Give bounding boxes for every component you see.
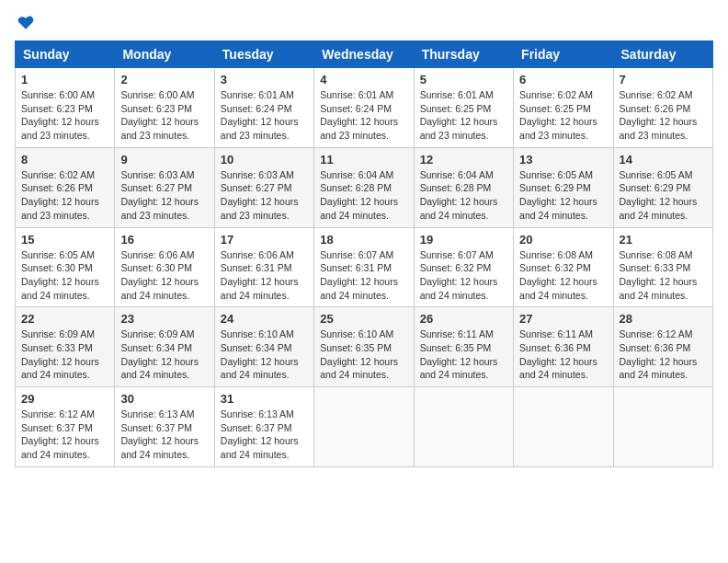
logo <box>15 15 35 31</box>
day-info: Sunrise: 6:12 AM Sunset: 6:37 PM Dayligh… <box>21 408 108 462</box>
day-info: Sunrise: 6:02 AM Sunset: 6:25 PM Dayligh… <box>519 88 607 143</box>
calendar-cell: 13 Sunrise: 6:05 AM Sunset: 6:29 PM Dayl… <box>514 147 613 227</box>
day-number: 12 <box>420 153 507 167</box>
calendar-cell: 16 Sunrise: 6:06 AM Sunset: 6:30 PM Dayl… <box>115 227 214 307</box>
day-number: 1 <box>21 73 108 86</box>
calendar-cell <box>514 387 613 467</box>
day-number: 2 <box>120 73 208 86</box>
weekday-header-friday: Friday <box>514 41 613 68</box>
calendar-cell: 2 Sunrise: 6:00 AM Sunset: 6:23 PM Dayli… <box>115 68 214 148</box>
day-info: Sunrise: 6:10 AM Sunset: 6:35 PM Dayligh… <box>320 327 407 382</box>
calendar-cell: 21 Sunrise: 6:08 AM Sunset: 6:33 PM Dayl… <box>613 227 712 307</box>
calendar-cell: 20 Sunrise: 6:08 AM Sunset: 6:32 PM Dayl… <box>514 227 613 307</box>
day-number: 14 <box>620 153 707 167</box>
calendar-cell: 6 Sunrise: 6:02 AM Sunset: 6:25 PM Dayli… <box>514 68 613 148</box>
day-number: 29 <box>21 392 108 406</box>
day-info: Sunrise: 6:09 AM Sunset: 6:33 PM Dayligh… <box>21 327 108 382</box>
calendar-cell: 19 Sunrise: 6:07 AM Sunset: 6:32 PM Dayl… <box>414 227 513 307</box>
calendar-cell: 17 Sunrise: 6:06 AM Sunset: 6:31 PM Dayl… <box>214 227 313 307</box>
calendar-cell: 26 Sunrise: 6:11 AM Sunset: 6:35 PM Dayl… <box>414 307 513 387</box>
day-info: Sunrise: 6:12 AM Sunset: 6:36 PM Dayligh… <box>620 327 707 382</box>
calendar-cell: 7 Sunrise: 6:02 AM Sunset: 6:26 PM Dayli… <box>613 68 712 148</box>
day-info: Sunrise: 6:05 AM Sunset: 6:30 PM Dayligh… <box>21 248 108 303</box>
day-number: 19 <box>420 233 507 247</box>
day-number: 3 <box>221 73 308 86</box>
day-number: 17 <box>221 233 308 247</box>
day-number: 21 <box>620 233 707 247</box>
day-number: 11 <box>320 153 407 167</box>
calendar-week-4: 22 Sunrise: 6:09 AM Sunset: 6:33 PM Dayl… <box>16 307 713 387</box>
calendar-cell <box>414 387 513 467</box>
day-info: Sunrise: 6:04 AM Sunset: 6:28 PM Dayligh… <box>320 168 407 223</box>
day-number: 24 <box>221 312 308 326</box>
day-number: 7 <box>620 73 707 86</box>
calendar-cell: 18 Sunrise: 6:07 AM Sunset: 6:31 PM Dayl… <box>314 227 414 307</box>
day-number: 31 <box>221 392 308 406</box>
calendar-week-5: 29 Sunrise: 6:12 AM Sunset: 6:37 PM Dayl… <box>16 387 713 467</box>
weekday-header-sunday: Sunday <box>16 41 115 68</box>
day-info: Sunrise: 6:13 AM Sunset: 6:37 PM Dayligh… <box>221 408 308 462</box>
calendar-week-3: 15 Sunrise: 6:05 AM Sunset: 6:30 PM Dayl… <box>16 227 713 307</box>
calendar-cell: 4 Sunrise: 6:01 AM Sunset: 6:24 PM Dayli… <box>314 68 414 148</box>
calendar-cell: 9 Sunrise: 6:03 AM Sunset: 6:27 PM Dayli… <box>115 147 214 227</box>
day-number: 13 <box>519 153 607 167</box>
calendar-cell: 30 Sunrise: 6:13 AM Sunset: 6:37 PM Dayl… <box>115 387 214 467</box>
calendar-cell: 3 Sunrise: 6:01 AM Sunset: 6:24 PM Dayli… <box>214 68 313 148</box>
day-number: 16 <box>120 233 208 247</box>
calendar-week-1: 1 Sunrise: 6:00 AM Sunset: 6:23 PM Dayli… <box>16 68 713 148</box>
day-info: Sunrise: 6:08 AM Sunset: 6:33 PM Dayligh… <box>620 248 707 303</box>
weekday-header-saturday: Saturday <box>613 41 712 68</box>
day-info: Sunrise: 6:07 AM Sunset: 6:32 PM Dayligh… <box>420 248 507 303</box>
calendar-cell: 24 Sunrise: 6:10 AM Sunset: 6:34 PM Dayl… <box>214 307 313 387</box>
day-info: Sunrise: 6:05 AM Sunset: 6:29 PM Dayligh… <box>519 168 607 223</box>
calendar-cell: 31 Sunrise: 6:13 AM Sunset: 6:37 PM Dayl… <box>214 387 313 467</box>
day-number: 27 <box>519 312 607 326</box>
day-number: 4 <box>320 73 407 86</box>
day-info: Sunrise: 6:08 AM Sunset: 6:32 PM Dayligh… <box>519 248 607 303</box>
day-number: 5 <box>420 73 507 86</box>
calendar-cell: 29 Sunrise: 6:12 AM Sunset: 6:37 PM Dayl… <box>16 387 115 467</box>
day-number: 26 <box>420 312 507 326</box>
day-info: Sunrise: 6:00 AM Sunset: 6:23 PM Dayligh… <box>120 88 208 143</box>
day-number: 15 <box>21 233 108 247</box>
day-number: 28 <box>620 312 707 326</box>
day-number: 23 <box>120 312 208 326</box>
day-info: Sunrise: 6:11 AM Sunset: 6:36 PM Dayligh… <box>519 327 607 382</box>
day-info: Sunrise: 6:02 AM Sunset: 6:26 PM Dayligh… <box>21 168 108 223</box>
day-info: Sunrise: 6:05 AM Sunset: 6:29 PM Dayligh… <box>620 168 707 223</box>
day-number: 10 <box>221 153 308 167</box>
day-info: Sunrise: 6:01 AM Sunset: 6:24 PM Dayligh… <box>221 88 308 143</box>
bird-icon <box>17 15 35 31</box>
weekday-row: SundayMondayTuesdayWednesdayThursdayFrid… <box>16 41 713 68</box>
calendar-cell: 28 Sunrise: 6:12 AM Sunset: 6:36 PM Dayl… <box>613 307 712 387</box>
day-number: 30 <box>120 392 208 406</box>
day-info: Sunrise: 6:06 AM Sunset: 6:30 PM Dayligh… <box>120 248 208 303</box>
day-info: Sunrise: 6:06 AM Sunset: 6:31 PM Dayligh… <box>221 248 308 303</box>
calendar-cell: 8 Sunrise: 6:02 AM Sunset: 6:26 PM Dayli… <box>16 147 115 227</box>
day-info: Sunrise: 6:07 AM Sunset: 6:31 PM Dayligh… <box>320 248 407 303</box>
weekday-header-thursday: Thursday <box>414 41 513 68</box>
page-header <box>15 15 713 31</box>
day-info: Sunrise: 6:01 AM Sunset: 6:25 PM Dayligh… <box>420 88 507 143</box>
day-number: 22 <box>21 312 108 326</box>
calendar-body: 1 Sunrise: 6:00 AM Sunset: 6:23 PM Dayli… <box>16 68 713 467</box>
calendar-table: SundayMondayTuesdayWednesdayThursdayFrid… <box>15 40 713 467</box>
calendar-cell: 5 Sunrise: 6:01 AM Sunset: 6:25 PM Dayli… <box>414 68 513 148</box>
day-info: Sunrise: 6:10 AM Sunset: 6:34 PM Dayligh… <box>221 327 308 382</box>
calendar-cell <box>613 387 712 467</box>
day-info: Sunrise: 6:04 AM Sunset: 6:28 PM Dayligh… <box>420 168 507 223</box>
calendar-cell: 27 Sunrise: 6:11 AM Sunset: 6:36 PM Dayl… <box>514 307 613 387</box>
day-number: 6 <box>519 73 607 86</box>
calendar-cell <box>314 387 414 467</box>
day-number: 25 <box>320 312 407 326</box>
calendar-cell: 23 Sunrise: 6:09 AM Sunset: 6:34 PM Dayl… <box>115 307 214 387</box>
calendar-cell: 14 Sunrise: 6:05 AM Sunset: 6:29 PM Dayl… <box>613 147 712 227</box>
calendar-cell: 10 Sunrise: 6:03 AM Sunset: 6:27 PM Dayl… <box>214 147 313 227</box>
day-number: 9 <box>120 153 208 167</box>
day-info: Sunrise: 6:00 AM Sunset: 6:23 PM Dayligh… <box>21 88 108 143</box>
day-info: Sunrise: 6:03 AM Sunset: 6:27 PM Dayligh… <box>221 168 308 223</box>
day-number: 18 <box>320 233 407 247</box>
weekday-header-wednesday: Wednesday <box>314 41 414 68</box>
day-info: Sunrise: 6:11 AM Sunset: 6:35 PM Dayligh… <box>420 327 507 382</box>
calendar-cell: 25 Sunrise: 6:10 AM Sunset: 6:35 PM Dayl… <box>314 307 414 387</box>
